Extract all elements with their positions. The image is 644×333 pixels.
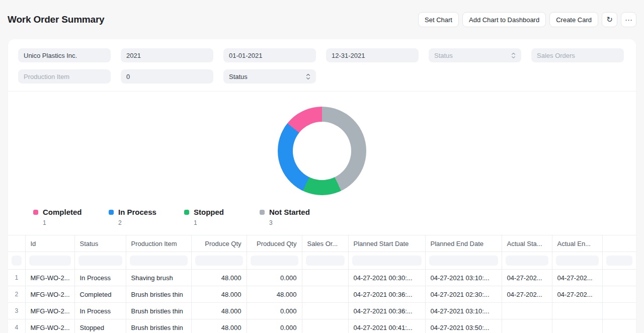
column-header-rownum — [8, 235, 25, 252]
cell-planned-start[interactable]: 04-27-2021 00:36:... — [348, 303, 425, 319]
cell-planned-end[interactable]: 04-27-2021 03:10:... — [425, 303, 502, 319]
chart-legend: Completed 1 In Process 2 Stopped 1 — [8, 208, 636, 226]
cell-actual-end[interactable] — [552, 303, 602, 319]
cell-status[interactable]: In Process — [74, 270, 126, 286]
to-date-filter-input[interactable]: 12-31-2021 — [326, 48, 419, 62]
cell-sales-order[interactable] — [302, 270, 348, 286]
cell-produce-qty[interactable]: 48.000 — [191, 319, 247, 333]
filter-row-1: Unico Plastics Inc. 2021 01-01-2021 12-3… — [18, 48, 626, 62]
column-header-planned-end-date[interactable]: Planned End Date — [425, 235, 502, 252]
from-date-filter-input[interactable]: 01-01-2021 — [223, 48, 316, 62]
table-filter-row — [8, 252, 636, 270]
cell-actual-end[interactable]: 04-27-202... — [552, 286, 602, 303]
cell-blank — [602, 303, 636, 319]
cell-id[interactable]: MFG-WO-2... — [25, 303, 74, 319]
cell-planned-end[interactable]: 04-27-2021 02:30:... — [425, 286, 502, 303]
row-number[interactable]: 1 — [8, 270, 25, 286]
cell-blank — [602, 270, 636, 286]
column-header-id[interactable]: Id — [25, 235, 74, 252]
company-filter-input[interactable]: Unico Plastics Inc. — [18, 48, 111, 62]
planned-start-filter-input[interactable] — [352, 256, 422, 266]
cell-produced-qty[interactable]: 0.000 — [247, 303, 302, 319]
cell-production-item[interactable]: Brush bristles thin — [126, 303, 191, 319]
fiscal-year-filter-input[interactable]: 2021 — [121, 48, 213, 62]
cell-sales-order[interactable] — [302, 319, 348, 333]
column-header-produce-qty[interactable]: Produce Qty — [191, 235, 247, 252]
cell-production-item[interactable]: Brush bristles thin — [126, 286, 191, 303]
column-header-production-item[interactable]: Production Item — [126, 235, 191, 252]
rownum-filter-input[interactable] — [12, 256, 22, 266]
refresh-button[interactable]: ↻ — [602, 12, 617, 27]
cell-produced-qty[interactable]: 0.000 — [247, 270, 302, 286]
more-menu-button[interactable]: ··· — [621, 12, 636, 27]
planned-end-filter-input[interactable] — [429, 256, 498, 266]
cell-produce-qty[interactable]: 48.000 — [191, 303, 247, 319]
cell-planned-start[interactable]: 04-27-2021 00:41:... — [348, 319, 425, 333]
cell-produced-qty[interactable]: 48.000 — [247, 286, 302, 303]
cell-actual-start[interactable] — [502, 319, 552, 333]
cell-status[interactable]: Completed — [74, 286, 126, 303]
actual-end-filter-input[interactable] — [556, 256, 599, 266]
work-order-table: Id Status Production Item Produce Qty Pr… — [8, 235, 636, 333]
column-header-actual-end[interactable]: Actual En... — [552, 235, 602, 252]
production-item-column-filter-input[interactable] — [130, 256, 188, 266]
blank-column-filter-input[interactable] — [606, 256, 633, 266]
legend-count: 2 — [118, 219, 184, 226]
cell-id[interactable]: MFG-WO-2... — [25, 270, 74, 286]
cell-produce-qty[interactable]: 48.000 — [191, 286, 247, 303]
legend-count: 3 — [269, 219, 335, 226]
cell-actual-start[interactable] — [502, 303, 552, 319]
cell-planned-start[interactable]: 04-27-2021 00:30:... — [348, 270, 425, 286]
column-header-planned-start-date[interactable]: Planned Start Date — [348, 235, 425, 252]
add-chart-to-dashboard-button[interactable]: Add Chart to Dashboard — [462, 12, 546, 27]
legend-label: Not Started — [269, 208, 310, 216]
cell-actual-start[interactable]: 04-27-202... — [502, 286, 552, 303]
cell-production-item[interactable]: Shaving brush — [126, 270, 191, 286]
charts-based-on-select[interactable]: Status — [223, 69, 316, 84]
cell-status[interactable]: Stopped — [74, 319, 126, 333]
id-filter-input[interactable] — [29, 256, 71, 266]
cell-planned-end[interactable]: 04-27-2021 03:10:... — [425, 270, 502, 286]
legend-label: Completed — [43, 208, 82, 216]
create-card-button[interactable]: Create Card — [549, 12, 598, 27]
status-filter-select[interactable]: Status — [429, 48, 521, 62]
cell-id[interactable]: MFG-WO-2... — [25, 286, 74, 303]
production-item-filter-input[interactable]: Production Item — [18, 69, 111, 84]
cell-actual-start[interactable]: 04-27-202... — [502, 270, 552, 286]
row-number[interactable]: 3 — [8, 303, 25, 319]
sales-orders-filter-input[interactable]: Sales Orders — [531, 48, 624, 62]
column-header-produced-qty[interactable]: Produced Qty — [247, 235, 302, 252]
produce-qty-filter-input[interactable] — [195, 256, 243, 266]
produced-qty-filter-input[interactable] — [251, 256, 298, 266]
cell-id[interactable]: MFG-WO-2... — [25, 319, 74, 333]
cell-planned-end[interactable]: 04-27-2021 03:50:... — [425, 319, 502, 333]
cell-status[interactable]: In Process — [74, 303, 126, 319]
cell-actual-end[interactable]: 04-27-202... — [552, 270, 602, 286]
set-chart-button[interactable]: Set Chart — [418, 12, 459, 27]
column-header-status[interactable]: Status — [74, 235, 126, 252]
row-number[interactable]: 4 — [8, 319, 25, 333]
actual-start-filter-input[interactable] — [506, 256, 548, 266]
filter-section: Unico Plastics Inc. 2021 01-01-2021 12-3… — [8, 39, 636, 91]
age-filter-input[interactable]: 0 — [121, 69, 213, 84]
legend-swatch-in-process — [109, 210, 114, 215]
sales-order-filter-input[interactable] — [306, 256, 345, 266]
select-caret-icon — [306, 73, 310, 80]
legend-item-in-process: In Process 2 — [109, 208, 184, 226]
legend-label: Stopped — [194, 208, 224, 216]
cell-production-item[interactable]: Brush bristles thin — [126, 319, 191, 333]
work-order-status-donut-chart[interactable] — [278, 107, 366, 195]
table-header-row: Id Status Production Item Produce Qty Pr… — [8, 235, 636, 252]
row-number[interactable]: 2 — [8, 286, 25, 303]
cell-sales-order[interactable] — [302, 286, 348, 303]
status-column-filter-input[interactable] — [78, 256, 122, 266]
cell-produced-qty[interactable]: 0.000 — [247, 319, 302, 333]
page-title: Work Order Summary — [8, 14, 104, 25]
column-header-actual-start[interactable]: Actual Sta... — [502, 235, 552, 252]
legend-item-completed: Completed 1 — [33, 208, 109, 226]
cell-planned-start[interactable]: 04-27-2021 00:36:... — [348, 286, 425, 303]
cell-actual-end[interactable] — [552, 319, 602, 333]
cell-sales-order[interactable] — [302, 303, 348, 319]
cell-produce-qty[interactable]: 48.000 — [191, 270, 247, 286]
column-header-sales-order[interactable]: Sales Or... — [302, 235, 348, 252]
